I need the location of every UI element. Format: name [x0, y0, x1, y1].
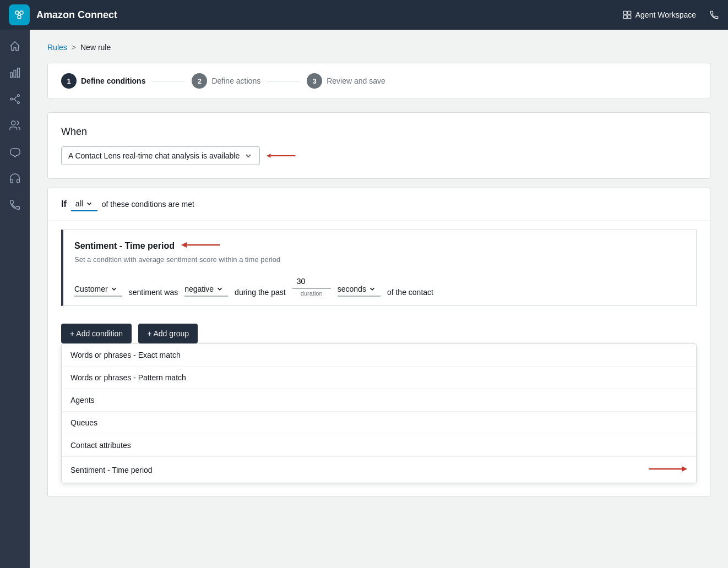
if-label: If: [61, 199, 67, 209]
svg-marker-20: [181, 242, 187, 248]
condition-name: Sentiment - Time period: [74, 241, 175, 251]
during-past-group: during the past: [235, 288, 286, 297]
menu-item-pattern-match[interactable]: Words or phrases - Pattern match: [62, 367, 696, 389]
all-value: all: [75, 199, 83, 208]
condition-desc: Set a condition with average sentiment s…: [74, 255, 685, 264]
agent-workspace-label: Agent Workspace: [635, 10, 696, 19]
sidebar-item-charts[interactable]: [3, 61, 27, 85]
sidebar-item-users[interactable]: [3, 113, 27, 138]
top-nav-left: Amazon Connect: [9, 4, 117, 25]
svg-rect-12: [18, 68, 20, 78]
action-buttons: + Add condition + Add group: [61, 315, 697, 343]
conditions-section: If all of these conditions are met Senti…: [47, 188, 710, 497]
add-condition-button[interactable]: + Add condition: [61, 324, 132, 343]
negative-value: negative: [184, 285, 214, 293]
svg-point-2: [18, 15, 21, 19]
red-arrow-condition: [181, 239, 225, 253]
svg-point-13: [10, 98, 13, 100]
menu-item-agents[interactable]: Agents: [62, 389, 696, 412]
add-condition-dropdown: Words or phrases - Exact match Words or …: [61, 343, 697, 483]
menu-item-sentiment[interactable]: Sentiment - Time period: [62, 457, 696, 483]
duration-field-group: duration: [292, 275, 331, 297]
logo-icon: [9, 4, 30, 25]
customer-field-group: Customer: [74, 282, 122, 297]
sidebar-item-headset[interactable]: [3, 166, 27, 190]
duration-input[interactable]: [292, 275, 331, 289]
condition-name-row: Sentiment - Time period: [74, 239, 685, 253]
sidebar-item-home[interactable]: [3, 34, 27, 58]
breadcrumb-separator: >: [72, 43, 76, 52]
condition-block: Sentiment - Time period Set a condition …: [61, 230, 697, 306]
when-section: When A Contact Lens real-time chat analy…: [47, 112, 710, 179]
step-3: 3 Review and save: [307, 73, 385, 89]
step-2: 2 Define actions: [192, 73, 260, 89]
sentiment-was-group: sentiment was: [129, 288, 178, 297]
seconds-dropdown[interactable]: seconds: [338, 282, 381, 297]
menu-item-sentiment-label: Sentiment - Time period: [70, 466, 153, 474]
svg-rect-7: [628, 11, 631, 14]
svg-rect-11: [14, 70, 16, 77]
when-dropdown[interactable]: A Contact Lens real-time chat analysis i…: [61, 146, 260, 165]
of-the-contact-text: of the contact: [387, 288, 433, 297]
add-group-button[interactable]: + Add group: [138, 324, 198, 343]
condition-wrapper: Sentiment - Time period Set a condition …: [48, 221, 710, 496]
when-label: When: [61, 126, 697, 138]
layout: Rules > New rule 1 Define conditions 2 D…: [0, 30, 728, 568]
seconds-field-group: seconds: [338, 282, 381, 297]
breadcrumb-rules[interactable]: Rules: [47, 43, 67, 52]
svg-point-15: [18, 102, 20, 104]
main-content: Rules > New rule 1 Define conditions 2 D…: [30, 30, 728, 568]
customer-value: Customer: [74, 285, 108, 293]
svg-rect-8: [623, 15, 627, 19]
seconds-value: seconds: [338, 285, 366, 293]
duration-sublabel: duration: [292, 290, 331, 297]
svg-marker-22: [682, 466, 687, 472]
negative-field-group: negative: [184, 282, 228, 297]
app-title: Amazon Connect: [36, 9, 117, 21]
negative-dropdown[interactable]: negative: [184, 282, 228, 297]
svg-point-0: [15, 11, 19, 14]
svg-rect-6: [623, 11, 627, 14]
svg-rect-9: [628, 15, 631, 19]
menu-item-exact-match[interactable]: Words or phrases - Exact match: [62, 344, 696, 367]
svg-point-1: [20, 11, 23, 14]
of-the-contact-group: of the contact: [387, 288, 433, 297]
red-arrow-menu: [643, 463, 687, 476]
step-3-circle: 3: [307, 73, 322, 89]
svg-rect-10: [10, 73, 13, 77]
svg-point-14: [18, 95, 20, 97]
step-1-circle: 1: [61, 73, 77, 89]
menu-item-contact-attributes[interactable]: Contact attributes: [62, 434, 696, 457]
if-row: If all of these conditions are met: [48, 188, 710, 221]
top-nav: Amazon Connect Agent Workspace: [0, 0, 728, 30]
step-divider-2: [267, 81, 300, 81]
all-dropdown[interactable]: all: [71, 197, 97, 211]
step-3-label: Review and save: [327, 77, 385, 85]
steps-bar: 1 Define conditions 2 Define actions 3 R…: [47, 63, 710, 99]
top-nav-right: Agent Workspace: [622, 10, 719, 20]
customer-dropdown[interactable]: Customer: [74, 282, 122, 297]
step-1: 1 Define conditions: [61, 73, 145, 89]
condition-fields: Customer sentiment was: [74, 275, 685, 297]
of-these-conditions-text: of these conditions are met: [102, 200, 194, 209]
breadcrumb-current: New rule: [80, 43, 111, 52]
step-divider-1: [152, 81, 185, 81]
sentiment-was-text: sentiment was: [129, 288, 178, 297]
sidebar-item-flow[interactable]: [3, 87, 27, 111]
step-2-circle: 2: [192, 73, 207, 89]
breadcrumb: Rules > New rule: [47, 43, 710, 52]
sidebar-item-phone[interactable]: [3, 193, 27, 217]
svg-marker-18: [267, 154, 271, 158]
menu-item-queues[interactable]: Queues: [62, 412, 696, 434]
phone-nav[interactable]: [709, 10, 719, 20]
during-past-text: during the past: [235, 288, 286, 297]
step-2-label: Define actions: [211, 77, 260, 85]
red-arrow-when: [267, 150, 300, 161]
when-dropdown-value: A Contact Lens real-time chat analysis i…: [68, 151, 240, 160]
agent-workspace-nav[interactable]: Agent Workspace: [622, 10, 696, 20]
sidebar: [0, 30, 30, 568]
sidebar-item-megaphone[interactable]: [3, 140, 27, 164]
svg-point-16: [12, 121, 15, 125]
step-1-label: Define conditions: [81, 77, 145, 85]
